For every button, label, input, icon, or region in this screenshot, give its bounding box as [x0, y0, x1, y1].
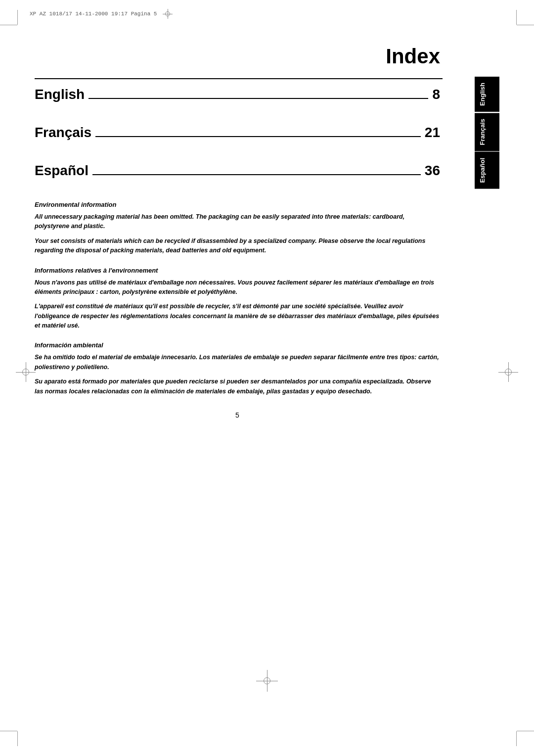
index-label-english: English: [35, 87, 85, 102]
index-rule-francais: [95, 136, 421, 137]
index-label-espanol: Español: [35, 163, 89, 179]
crop-mark: [517, 731, 534, 731]
crop-mark: [17, 731, 18, 746]
env-sections: Environmental information All unnecessar…: [35, 201, 499, 396]
page-number: 5: [35, 411, 499, 419]
index-entries: English 8 Français 21 Español 36: [35, 87, 499, 179]
index-number-francais: 21: [425, 125, 440, 141]
page-container: XP AZ 1018/17 14-11-2000 19:17 Pagina 5 …: [0, 0, 534, 756]
index-entry-francais: Français 21: [35, 125, 440, 141]
side-tab-english[interactable]: English: [475, 77, 499, 112]
env-section-para1-english: All unnecessary packaging material has b…: [35, 212, 440, 232]
page-header: XP AZ 1018/17 14-11-2000 19:17 Pagina 5: [30, 9, 504, 19]
env-section-title-french: Informations relatives à l'environnement: [35, 267, 440, 274]
index-rule-english: [89, 98, 428, 99]
main-content: Index English Français Español English 8…: [35, 30, 499, 726]
header-meta-text: XP AZ 1018/17 14-11-2000 19:17 Pagina 5: [30, 11, 157, 17]
crop-mark: [0, 25, 17, 25]
crop-mark: [516, 731, 517, 746]
env-section-french: Informations relatives à l'environnement…: [35, 267, 440, 331]
crop-mark: [517, 25, 534, 25]
env-section-para1-spanish: Se ha omitido todo el material de embala…: [35, 353, 440, 372]
env-section-para2-english: Your set consists of materials which can…: [35, 236, 440, 256]
left-reg-mark: [20, 366, 32, 378]
index-label-francais: Français: [35, 125, 91, 141]
index-rule-espanol: [92, 174, 421, 175]
right-reg-mark: [502, 366, 514, 378]
crop-mark: [17, 10, 18, 25]
crop-mark: [0, 731, 17, 731]
env-section-title-spanish: Información ambiental: [35, 341, 440, 349]
index-number-espanol: 36: [425, 163, 440, 179]
index-entry-english: English 8: [35, 87, 440, 102]
env-section-para1-french: Nous n'avons pas utilisé de matériaux d'…: [35, 278, 440, 297]
side-tab-espanol[interactable]: Español: [475, 152, 499, 189]
index-number-english: 8: [432, 87, 440, 102]
crop-mark: [516, 10, 517, 25]
env-section-spanish: Información ambiental Se ha omitido todo…: [35, 341, 440, 396]
env-section-para2-french: L'appareil est constitué de matériaux qu…: [35, 302, 440, 331]
env-section-english: Environmental information All unnecessar…: [35, 201, 440, 256]
title-divider: [35, 78, 443, 79]
bottom-reg-mark: [261, 675, 273, 687]
side-tabs-container: English Français Español: [475, 77, 499, 190]
env-section-para2-spanish: Su aparato está formado por materiales q…: [35, 377, 440, 396]
env-section-title-english: Environmental information: [35, 201, 440, 208]
index-entry-espanol: Español 36: [35, 163, 440, 179]
page-title: Index: [35, 45, 499, 68]
side-tab-francais[interactable]: Français: [475, 113, 499, 151]
